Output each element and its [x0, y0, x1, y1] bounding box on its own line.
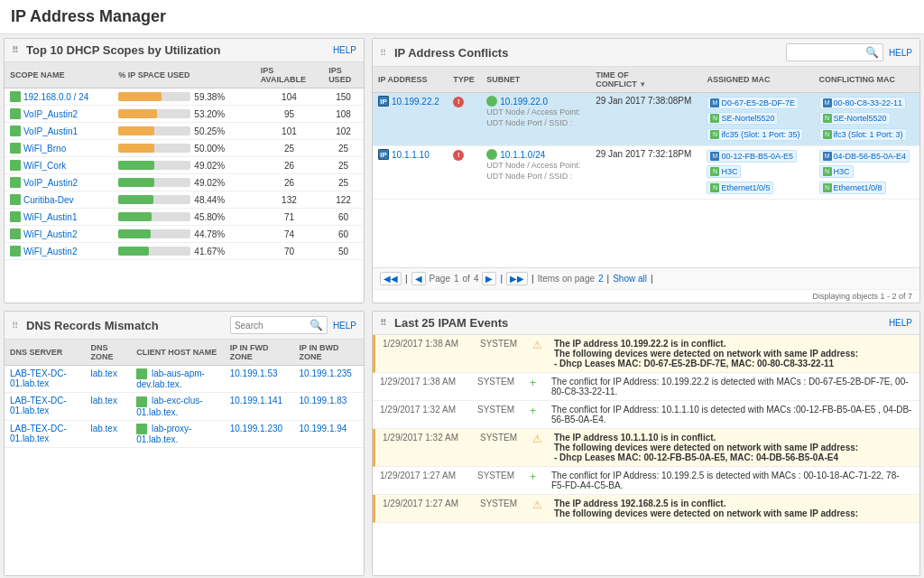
- pagination-show-all[interactable]: Show all: [613, 274, 647, 284]
- conflicts-search-input[interactable]: [790, 48, 863, 58]
- dns-bwd-link[interactable]: 10.199.1.94: [300, 424, 347, 434]
- event-warning-icon: ⚠: [532, 433, 547, 445]
- event-row: 1/29/2017 1:38 AM SYSTEM ⚠ The IP addres…: [373, 335, 919, 373]
- dns-server-link[interactable]: LAB-TEX-DC-01.lab.tex: [10, 396, 67, 415]
- events-panel-header: ⠿ Last 25 IPAM Events HELP: [373, 312, 919, 335]
- conflicts-search-icon[interactable]: 🔍: [865, 46, 879, 59]
- dns-fwd-link[interactable]: 10.199.1.230: [230, 424, 282, 434]
- ip-icon: IP: [378, 149, 389, 160]
- dhcp-row-name[interactable]: Curitiba-Dev: [5, 191, 113, 209]
- conflict-subnet-link[interactable]: 10.199.22.0: [500, 97, 548, 107]
- dhcp-row-pct: 50.00%: [113, 140, 254, 157]
- usage-bar-fill: [118, 161, 153, 170]
- usage-bar-container: [118, 109, 190, 118]
- scope-icon: [10, 211, 21, 222]
- page-title: IP Address Manager: [0, 0, 924, 34]
- dns-zone-link[interactable]: lab.tex: [90, 368, 116, 378]
- dhcp-row-avail: 25: [255, 140, 323, 157]
- pagination-prev[interactable]: ◀: [411, 272, 426, 285]
- dhcp-col-used: IPSUSED: [323, 62, 364, 89]
- dns-server-link[interactable]: LAB-TEX-DC-01.lab.tex: [10, 424, 67, 443]
- dns-search-input[interactable]: [235, 321, 307, 331]
- dhcp-row-pct: 44.78%: [113, 226, 254, 243]
- conflict-sub-row: UDT Node Port / SSID :: [486, 117, 585, 128]
- event-plus-icon: +: [530, 471, 544, 483]
- usage-bar-container: [118, 212, 190, 221]
- dhcp-row-name[interactable]: WiFI_Austin2: [5, 226, 113, 243]
- pagination-of: of: [463, 274, 470, 284]
- event-system: SYSTEM: [477, 377, 522, 387]
- dhcp-drag-handle: ⠿: [12, 45, 19, 55]
- dhcp-row-name[interactable]: VoIP_Austin1: [5, 123, 113, 140]
- dhcp-col-name: SCOPE NAME: [5, 62, 113, 89]
- dhcp-row-used: 102: [323, 123, 364, 140]
- dns-fwd-link[interactable]: 10.199.1.141: [230, 396, 282, 406]
- dhcp-row-used: 60: [323, 226, 364, 243]
- dhcp-row-name[interactable]: WiFI_Cork: [5, 157, 113, 174]
- pagination-first[interactable]: ◀◀: [380, 272, 402, 285]
- conflict-ip-link[interactable]: IP 10.199.22.2: [378, 96, 442, 107]
- assigned-badge: N H3C: [707, 165, 741, 178]
- dhcp-row-pct: 45.80%: [113, 209, 254, 226]
- dhcp-row-name[interactable]: 192.168.0.0 / 24: [5, 89, 113, 106]
- usage-bar-container: [118, 144, 190, 153]
- dns-search-box[interactable]: 🔍: [230, 316, 328, 334]
- event-row: 1/29/2017 1:38 AM SYSTEM + The conflict …: [373, 373, 919, 401]
- event-time: 1/29/2017 1:32 AM: [383, 433, 473, 443]
- pagination-sep4: |: [607, 274, 610, 284]
- event-plus-icon: +: [530, 377, 544, 389]
- dhcp-row-name[interactable]: WiFI_Austin1: [5, 209, 113, 226]
- dns-zone-link[interactable]: lab.tex: [90, 424, 116, 434]
- dns-server-link[interactable]: LAB-TEX-DC-01.lab.tex: [10, 368, 67, 388]
- conflicting-mac-badge: M 04-DB-56-B5-0A-E4: [819, 150, 910, 163]
- pagination-next[interactable]: ▶: [482, 272, 496, 285]
- dns-bwd-cell: 10.199.1.94: [294, 420, 364, 447]
- dns-fwd-link[interactable]: 10.199.1.53: [230, 368, 278, 378]
- dns-fwd-cell: 10.199.1.230: [225, 420, 294, 447]
- dns-bwd-link[interactable]: 10.199.1.235: [300, 368, 352, 378]
- pagination-sep3: |: [531, 274, 534, 284]
- dhcp-row-pct: 59.38%: [113, 89, 254, 106]
- dhcp-row-name[interactable]: WiFI_Austin2: [5, 243, 113, 260]
- pagination-current: 1: [454, 274, 459, 284]
- conflict-ip-link[interactable]: IP 10.1.1.10: [378, 149, 442, 160]
- dns-zone-link[interactable]: lab.tex: [90, 396, 116, 406]
- dhcp-row-name[interactable]: WiFI_Brno: [5, 140, 113, 157]
- usage-bar-fill: [118, 178, 153, 187]
- dns-col-server: DNS SERVER: [5, 340, 85, 366]
- usage-bar-container: [118, 247, 190, 256]
- pagination-last[interactable]: ▶▶: [506, 272, 528, 285]
- dhcp-row-pct: 49.02%: [113, 174, 254, 191]
- usage-bar-container: [118, 229, 190, 238]
- usage-bar-fill: [118, 247, 149, 256]
- dns-col-fwd: IP IN FWD ZONE: [225, 340, 294, 366]
- conflicts-table: IP ADDRESS TYPE SUBNET TIME OFCONFLICT ▼…: [373, 67, 919, 200]
- dhcp-row-name[interactable]: VoIP_Austin2: [5, 106, 113, 123]
- dns-zone-cell: lab.tex: [85, 393, 131, 420]
- conflicts-help[interactable]: HELP: [889, 48, 912, 58]
- dhcp-row-used: 25: [323, 140, 364, 157]
- conflicts-search-box[interactable]: 🔍: [786, 43, 883, 61]
- conflict-subnet-link[interactable]: 10.1.1.0/24: [500, 150, 545, 160]
- dhcp-row-used: 25: [323, 157, 364, 174]
- pagination-items-count[interactable]: 2: [598, 274, 604, 284]
- event-warning-icon: ⚠: [532, 339, 547, 351]
- conflict-warning-badge: !: [453, 150, 464, 161]
- dns-search-icon[interactable]: 🔍: [310, 319, 323, 331]
- conflicts-col-assigned: ASSIGNED MAC: [701, 67, 813, 93]
- dhcp-row-name[interactable]: VoIP_Austin2: [5, 174, 113, 191]
- assigned-icon: N: [710, 167, 719, 176]
- dns-bwd-cell: 10.199.1.83: [294, 393, 364, 420]
- dhcp-help[interactable]: HELP: [333, 45, 356, 55]
- dhcp-row-pct: 41.67%: [113, 243, 254, 260]
- dhcp-row-used: 60: [323, 209, 364, 226]
- events-help[interactable]: HELP: [889, 318, 912, 328]
- conflict-assigned-cell: M 00-12-FB-B5-0A-E5 N H3C N Ethernet1/0/…: [701, 146, 813, 200]
- dns-bwd-link[interactable]: 10.199.1.83: [300, 396, 347, 406]
- dns-help[interactable]: HELP: [333, 321, 356, 331]
- dhcp-col-pct: % IP SPACE USED: [113, 62, 254, 89]
- dhcp-row-avail: 71: [255, 209, 323, 226]
- dhcp-panel-header: ⠿ Top 10 DHCP Scopes by Utilization HELP: [5, 39, 364, 62]
- event-time: 1/29/2017 1:38 AM: [380, 377, 470, 387]
- dhcp-row-avail: 26: [255, 174, 323, 191]
